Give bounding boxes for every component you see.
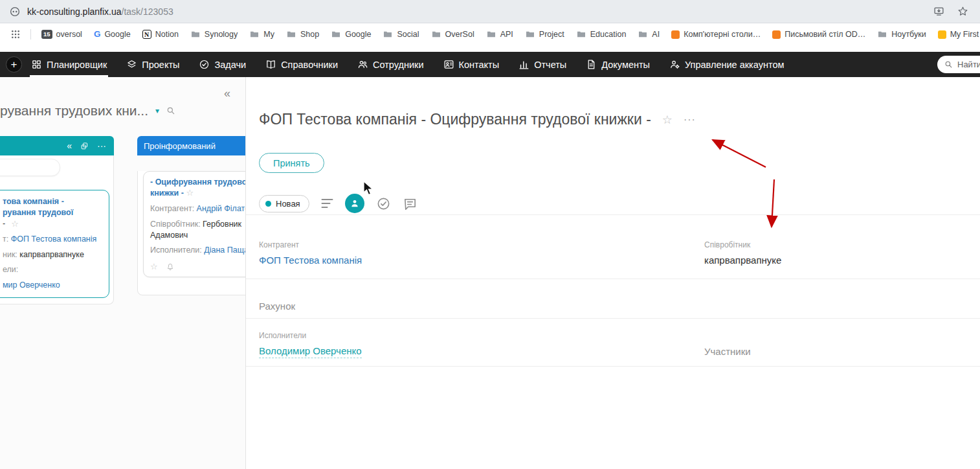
tasks-icon: [199, 59, 210, 70]
site-favicon: [938, 30, 946, 39]
bookmark-label: OverSol: [445, 30, 474, 39]
send-to-device-icon[interactable]: [933, 6, 944, 17]
bookmark-site-desk-od[interactable]: Письмовий стіл OD…: [766, 28, 871, 41]
bookmark-folder-project[interactable]: Project: [519, 27, 570, 41]
folder-icon: [486, 29, 496, 40]
nav-directories[interactable]: Справочники: [265, 52, 338, 77]
create-new-button[interactable]: +: [6, 56, 22, 73]
nav-tasks[interactable]: Задачи: [199, 52, 246, 77]
bookmark-oversol[interactable]: 15oversol: [36, 28, 88, 41]
assignee-link[interactable]: Володимир Оверченко: [259, 345, 362, 358]
bookmark-folder-ai[interactable]: AI: [632, 27, 665, 41]
data-section-icon[interactable]: [345, 194, 364, 213]
card-title: - Оцифрування трудово книжки - ☆: [150, 177, 246, 199]
app-navigation: + Планировщик Проекты Задачи Справочники…: [0, 52, 980, 77]
counterparty-link[interactable]: ФОП Тестова компанія: [259, 255, 362, 266]
bookmark-label: Education: [590, 30, 627, 39]
column-menu-icon[interactable]: ···: [97, 141, 106, 150]
nav-label: Контакты: [459, 60, 500, 70]
field-label: Исполнители:: [150, 246, 202, 255]
favorite-star-icon[interactable]: ☆: [662, 114, 673, 126]
site-favicon: [772, 30, 781, 39]
bookmark-label: Google: [345, 30, 371, 39]
bookmark-notion[interactable]: NNotion: [137, 28, 184, 41]
kanban-card[interactable]: - Оцифрування трудово книжки - ☆ Контраг…: [143, 171, 246, 277]
assignee-link[interactable]: мир Оверченко: [3, 280, 60, 290]
bookmark-folder-social[interactable]: Social: [377, 27, 425, 41]
bookmark-label: oversol: [56, 30, 82, 39]
tab-group-icon[interactable]: [9, 6, 21, 17]
card-field: Співробітник: Гербовник Адамович: [150, 219, 246, 241]
bookmark-folder-google[interactable]: Google: [325, 27, 377, 41]
bookmark-label: Google: [104, 30, 130, 39]
nav-account-management[interactable]: Управление аккаунтом: [669, 52, 784, 77]
task-menu-icon[interactable]: ···: [684, 115, 696, 125]
collapse-column-icon[interactable]: «: [67, 141, 72, 150]
card-footer-icons: ☆: [150, 262, 246, 271]
site-favicon: [671, 30, 680, 39]
bookmark-folder-laptops[interactable]: Ноутбуки: [871, 27, 931, 41]
bookmark-folder-my[interactable]: My: [243, 27, 280, 41]
bookmark-site-desks[interactable]: Комп'ютерні столи…: [665, 28, 766, 41]
comments-icon[interactable]: [403, 196, 418, 211]
card-title-line: рування трудової: [3, 207, 102, 218]
favorite-star-icon[interactable]: ☆: [186, 188, 194, 198]
bookmark-google[interactable]: GGoogle: [88, 28, 137, 41]
column-header-label: Проінформований: [144, 141, 216, 151]
bookmark-my-first[interactable]: My First: [932, 28, 980, 41]
task-header: ФОП Тестова компанія - Оцифрування трудо…: [259, 111, 696, 128]
bookmark-folder-api[interactable]: API: [480, 27, 519, 41]
status-row: Новая: [259, 194, 418, 213]
assignee-link[interactable]: Діана Паща: [204, 246, 246, 255]
bookmark-label: My: [263, 30, 274, 39]
status-label: Новая: [276, 199, 300, 209]
search-icon[interactable]: [166, 106, 175, 115]
column-2-header[interactable]: Проінформований: [137, 136, 246, 155]
favorite-star-icon[interactable]: ☆: [150, 262, 158, 271]
nav-documents[interactable]: Документы: [586, 52, 650, 77]
bookmark-folder-oversol[interactable]: OverSol: [425, 27, 480, 41]
nav-contacts[interactable]: Контакты: [443, 52, 500, 77]
status-selector[interactable]: Новая: [259, 195, 309, 212]
people-icon: [357, 59, 368, 70]
field-label: Контрагент:: [150, 204, 194, 213]
checklist-icon[interactable]: [376, 196, 391, 211]
copy-icon[interactable]: [80, 142, 89, 150]
collapse-sidebar-icon[interactable]: «: [224, 87, 230, 99]
field-label: Контрагент: [259, 240, 362, 249]
card-field: мир Оверченко: [3, 280, 102, 291]
caret-down-icon[interactable]: ▾: [155, 106, 159, 115]
nav-reports[interactable]: Отчеты: [518, 52, 566, 77]
nav-projects[interactable]: Проекты: [126, 52, 179, 77]
nav-planner[interactable]: Планировщик: [31, 52, 107, 77]
bookmark-folder-shop[interactable]: Shop: [280, 27, 325, 41]
field-participants[interactable]: Участники: [704, 346, 751, 358]
field-label: т:: [3, 234, 8, 244]
bookmark-star-icon[interactable]: [957, 6, 968, 17]
counterparty-link[interactable]: ФОП Тестова компанія: [11, 234, 97, 244]
planner-title[interactable]: рування трудових кни...: [0, 103, 148, 119]
employee-value[interactable]: капрвапрвапнуке: [704, 255, 781, 266]
field-account[interactable]: Рахунок: [259, 301, 295, 312]
folder-icon: [638, 29, 648, 40]
employee-value: капрвапрвапнуке: [19, 250, 84, 259]
nav-employees[interactable]: Сотрудники: [357, 52, 424, 77]
counterparty-link[interactable]: Андрій Філато: [197, 204, 246, 213]
accept-button[interactable]: Принять: [259, 153, 324, 173]
folder-icon: [190, 29, 201, 40]
favicon-count-badge: 15: [41, 30, 52, 39]
global-search[interactable]: Найти: [937, 56, 980, 73]
url-field[interactable]: kk-consulting.planfix.ua/task/123053: [27, 6, 933, 17]
planner-sidebar: « рування трудових кни... ▾ « ··· това к…: [0, 77, 246, 469]
bookmark-folder-synology[interactable]: Synology: [184, 27, 243, 41]
folder-icon: [383, 29, 393, 40]
favorite-star-icon[interactable]: ☆: [11, 220, 19, 228]
description-icon[interactable]: [321, 198, 333, 209]
collapsed-swimlane[interactable]: [0, 159, 60, 176]
field-label: ели:: [3, 265, 18, 274]
bell-icon[interactable]: [166, 262, 175, 271]
bookmark-folder-education[interactable]: Education: [570, 27, 632, 41]
folder-icon: [286, 29, 296, 40]
kanban-card-selected[interactable]: това компанія - рування трудової - ☆ т: …: [0, 190, 109, 298]
apps-grid-icon[interactable]: [10, 29, 21, 40]
